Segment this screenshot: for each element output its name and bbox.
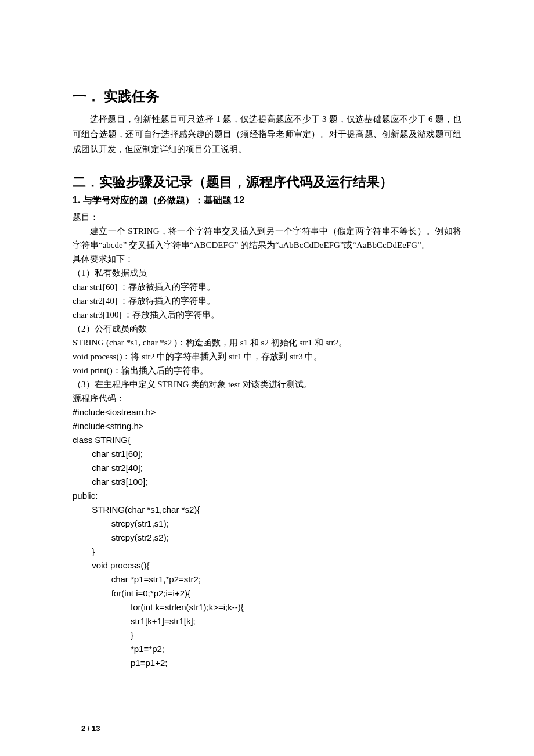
requirement-item: （2）公有成员函数: [73, 322, 461, 336]
requirements-title: 具体要求如下：: [73, 252, 461, 266]
requirement-item: void process()：将 str2 中的字符串插入到 str1 中，存放…: [73, 350, 461, 363]
requirement-item: char str2[40] ：存放待插入的字符串。: [73, 294, 461, 308]
page-total: 13: [92, 724, 100, 733]
document-page: 一． 实践任务 选择题目，创新性题目可只选择 1 题，仅选提高题应不少于 3 题…: [0, 0, 534, 756]
topic-label: 题目：: [73, 210, 461, 224]
topic-description: 建立一个 STRING，将一个字符串交叉插入到另一个字符串中（假定两字符串不等长…: [73, 224, 461, 252]
section-2-heading: 二．实验步骤及记录（题目，源程序代码及运行结果）: [73, 173, 461, 191]
requirement-item: void print()：输出插入后的字符串。: [73, 363, 461, 377]
requirement-item: char str3[100] ：存放插入后的字符串。: [73, 308, 461, 322]
source-code-block: #include<iostream.h> #include<string.h> …: [73, 405, 461, 670]
requirement-item: （1）私有数据成员: [73, 266, 461, 280]
subsection-1-heading: 1. 与学号对应的题（必做题）：基础题 12: [73, 195, 461, 207]
requirement-item: （3）在主程序中定义 STRING 类的对象 test 对该类进行测试。: [73, 377, 461, 391]
requirement-item: STRING (char *s1, char *s2 )：构造函数，用 s1 和…: [73, 336, 461, 350]
page-footer: 2 / 13: [81, 724, 100, 733]
source-code-label: 源程序代码：: [73, 391, 461, 405]
requirement-item: char str1[60] ：存放被插入的字符串。: [73, 280, 461, 294]
section-1-intro: 选择题目，创新性题目可只选择 1 题，仅选提高题应不少于 3 题，仅选基础题应不…: [73, 111, 461, 157]
section-1-heading: 一． 实践任务: [73, 87, 461, 106]
page-separator: /: [85, 724, 92, 733]
